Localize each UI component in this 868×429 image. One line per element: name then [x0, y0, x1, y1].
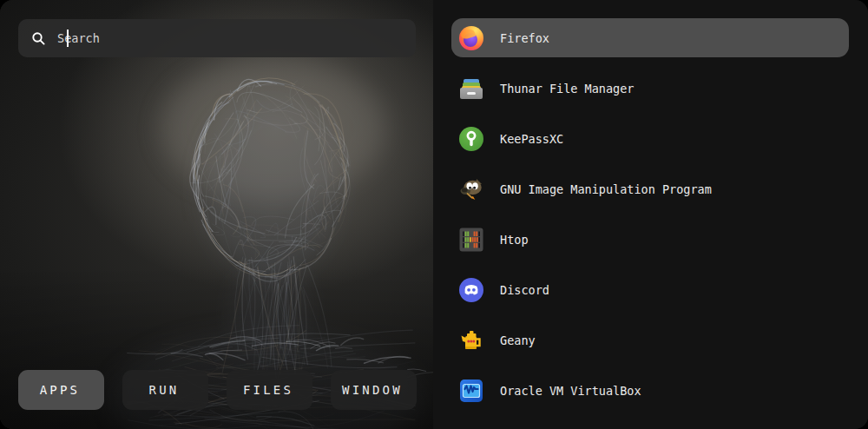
app-label: Geany	[500, 333, 536, 347]
wallpaper-bust-art	[0, 0, 433, 429]
app-label: Discord	[500, 283, 549, 297]
keepassxc-icon	[459, 127, 483, 151]
mode-tab-bar: APPS RUN FILES WINDOW	[18, 370, 417, 410]
app-label: Firefox	[500, 31, 549, 45]
virtualbox-icon	[459, 379, 483, 403]
thunar-icon	[459, 76, 483, 101]
firefox-icon	[459, 26, 483, 50]
app-item-gimp[interactable]: GNU Image Manipulation Program	[451, 169, 849, 208]
app-label: GNU Image Manipulation Program	[500, 182, 712, 196]
discord-icon	[459, 278, 483, 302]
app-label: Thunar File Manager	[500, 82, 634, 96]
app-item-geany[interactable]: Geany	[451, 320, 849, 360]
app-label: Oracle VM VirtualBox	[500, 384, 641, 398]
gimp-icon	[459, 177, 483, 201]
launcher-window: APPS RUN FILES WINDOW Firefox Thunar Fil…	[0, 0, 868, 429]
tab-apps[interactable]: APPS	[18, 370, 104, 410]
app-list: Firefox Thunar File Manager KeePassXC	[433, 0, 868, 429]
search-input[interactable]	[46, 31, 416, 45]
search-box	[18, 19, 416, 57]
app-label: KeePassXC	[500, 132, 563, 146]
text-caret	[67, 30, 69, 47]
app-item-virtualbox[interactable]: Oracle VM VirtualBox	[451, 371, 849, 410]
app-item-keepassxc[interactable]: KeePassXC	[451, 119, 849, 158]
app-item-discord[interactable]: Discord	[451, 270, 849, 309]
app-item-htop[interactable]: Htop	[451, 220, 849, 259]
tab-run[interactable]: RUN	[122, 370, 208, 410]
wallpaper-panel: APPS RUN FILES WINDOW	[0, 0, 433, 429]
tab-files[interactable]: FILES	[227, 370, 312, 410]
app-item-firefox[interactable]: Firefox	[451, 18, 849, 57]
app-item-thunar[interactable]: Thunar File Manager	[451, 69, 849, 108]
app-label: Htop	[500, 233, 529, 247]
search-icon	[31, 31, 46, 46]
geany-icon	[459, 328, 483, 353]
htop-icon	[459, 228, 483, 252]
tab-window[interactable]: WINDOW	[331, 370, 417, 410]
